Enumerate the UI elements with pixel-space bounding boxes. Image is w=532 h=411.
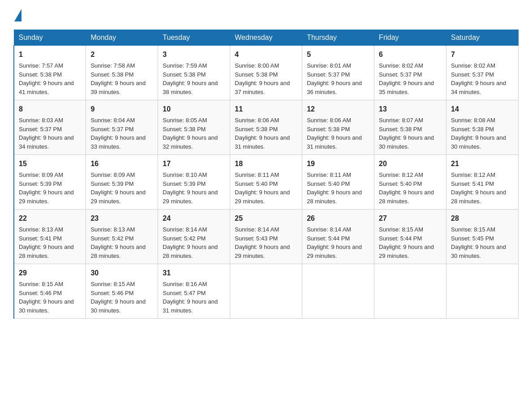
day-sunset: Sunset: 5:40 PM [307,180,350,187]
day-daylight: Daylight: 9 hours and 31 minutes. [307,134,362,150]
calendar-cell: 25Sunrise: 8:14 AMSunset: 5:43 PMDayligh… [230,210,302,264]
calendar-cell: 10Sunrise: 8:05 AMSunset: 5:38 PMDayligh… [158,100,230,155]
day-number: 29 [19,268,81,278]
day-sunrise: Sunrise: 8:09 AM [19,171,63,178]
day-daylight: Daylight: 9 hours and 30 minutes. [451,134,506,150]
day-sunrise: Sunrise: 8:12 AM [451,171,495,178]
header-thursday: Thursday [302,30,374,46]
day-sunrise: Sunrise: 8:03 AM [19,117,63,124]
calendar-cell: 16Sunrise: 8:09 AMSunset: 5:39 PMDayligh… [86,155,158,210]
calendar-cell: 24Sunrise: 8:14 AMSunset: 5:42 PMDayligh… [158,210,230,264]
day-daylight: Daylight: 9 hours and 30 minutes. [19,298,74,314]
day-daylight: Daylight: 9 hours and 29 minutes. [235,244,290,259]
day-sunset: Sunset: 5:40 PM [235,180,278,187]
day-daylight: Daylight: 9 hours and 30 minutes. [379,134,434,150]
day-daylight: Daylight: 9 hours and 30 minutes. [451,244,506,259]
day-sunset: Sunset: 5:39 PM [19,180,62,187]
day-number: 31 [163,268,225,278]
calendar-cell: 23Sunrise: 8:13 AMSunset: 5:42 PMDayligh… [86,210,158,264]
calendar-cell: 2Sunrise: 7:58 AMSunset: 5:38 PMDaylight… [86,46,158,100]
day-number: 8 [19,104,81,115]
day-sunset: Sunset: 5:38 PM [19,71,62,78]
calendar-cell [446,264,519,319]
calendar-cell: 20Sunrise: 8:12 AMSunset: 5:40 PMDayligh… [374,155,446,210]
day-daylight: Daylight: 9 hours and 28 minutes. [307,189,362,205]
day-number: 25 [235,213,297,224]
calendar-cell: 28Sunrise: 8:15 AMSunset: 5:45 PMDayligh… [446,210,519,264]
day-number: 6 [379,49,442,60]
day-sunrise: Sunrise: 8:15 AM [379,226,423,233]
day-number: 21 [451,158,514,169]
day-sunrise: Sunrise: 8:14 AM [307,226,351,233]
calendar-cell: 11Sunrise: 8:06 AMSunset: 5:38 PMDayligh… [230,100,302,155]
header-wednesday: Wednesday [230,30,302,46]
day-daylight: Daylight: 9 hours and 29 minutes. [90,189,146,205]
day-sunrise: Sunrise: 8:00 AM [235,62,279,69]
day-daylight: Daylight: 9 hours and 33 minutes. [90,134,146,150]
day-sunset: Sunset: 5:41 PM [451,180,494,187]
day-number: 17 [163,158,225,169]
day-sunrise: Sunrise: 8:14 AM [163,226,207,233]
day-sunset: Sunset: 5:38 PM [90,71,133,78]
day-daylight: Daylight: 9 hours and 28 minutes. [19,244,74,259]
calendar-cell: 31Sunrise: 8:16 AMSunset: 5:47 PMDayligh… [158,264,230,319]
day-daylight: Daylight: 9 hours and 32 minutes. [163,134,218,150]
day-sunrise: Sunrise: 8:14 AM [235,226,279,233]
day-sunrise: Sunrise: 8:10 AM [163,171,207,178]
calendar-cell: 1Sunrise: 7:57 AMSunset: 5:38 PMDaylight… [14,46,86,100]
day-sunset: Sunset: 5:46 PM [19,290,62,296]
day-number: 30 [90,268,153,278]
calendar-cell: 19Sunrise: 8:11 AMSunset: 5:40 PMDayligh… [302,155,374,210]
day-sunset: Sunset: 5:38 PM [379,126,422,133]
calendar-cell [374,264,446,319]
day-sunrise: Sunrise: 8:15 AM [451,226,495,233]
day-daylight: Daylight: 9 hours and 29 minutes. [307,244,362,259]
calendar-cell: 14Sunrise: 8:08 AMSunset: 5:38 PMDayligh… [446,100,519,155]
day-daylight: Daylight: 9 hours and 29 minutes. [163,189,218,205]
day-sunset: Sunset: 5:37 PM [379,71,422,78]
day-sunrise: Sunrise: 8:12 AM [379,171,423,178]
day-daylight: Daylight: 9 hours and 28 minutes. [451,189,506,205]
day-number: 15 [19,158,81,169]
day-sunrise: Sunrise: 8:09 AM [90,171,135,178]
day-sunrise: Sunrise: 8:04 AM [90,117,135,124]
day-number: 4 [235,49,297,60]
day-daylight: Daylight: 9 hours and 28 minutes. [163,244,218,259]
day-sunrise: Sunrise: 8:01 AM [307,62,351,69]
logo [13,9,21,21]
day-daylight: Daylight: 9 hours and 41 minutes. [19,80,74,95]
day-daylight: Daylight: 9 hours and 37 minutes. [235,80,290,95]
day-sunrise: Sunrise: 7:59 AM [163,62,207,69]
day-sunset: Sunset: 5:42 PM [163,235,206,242]
day-sunset: Sunset: 5:37 PM [19,126,62,133]
calendar-cell: 18Sunrise: 8:11 AMSunset: 5:40 PMDayligh… [230,155,302,210]
day-number: 1 [19,49,81,60]
day-number: 7 [451,49,514,60]
day-number: 16 [90,158,153,169]
day-sunrise: Sunrise: 8:02 AM [379,62,423,69]
calendar-cell: 15Sunrise: 8:09 AMSunset: 5:39 PMDayligh… [14,155,86,210]
day-daylight: Daylight: 9 hours and 28 minutes. [90,244,146,259]
calendar-cell: 30Sunrise: 8:15 AMSunset: 5:46 PMDayligh… [86,264,158,319]
day-sunrise: Sunrise: 7:57 AM [19,62,63,69]
calendar-cell: 22Sunrise: 8:13 AMSunset: 5:41 PMDayligh… [14,210,86,264]
day-number: 12 [307,104,369,115]
day-sunset: Sunset: 5:46 PM [90,290,133,296]
day-sunrise: Sunrise: 8:06 AM [307,117,351,124]
day-daylight: Daylight: 9 hours and 39 minutes. [90,80,146,95]
day-sunrise: Sunrise: 8:05 AM [163,117,207,124]
calendar-cell: 12Sunrise: 8:06 AMSunset: 5:38 PMDayligh… [302,100,374,155]
calendar-cell: 3Sunrise: 7:59 AMSunset: 5:38 PMDaylight… [158,46,230,100]
calendar-cell: 9Sunrise: 8:04 AMSunset: 5:37 PMDaylight… [86,100,158,155]
day-number: 19 [307,158,369,169]
day-sunset: Sunset: 5:47 PM [163,290,206,296]
day-sunset: Sunset: 5:44 PM [307,235,350,242]
day-daylight: Daylight: 9 hours and 29 minutes. [19,189,74,205]
day-number: 14 [451,104,514,115]
calendar-cell: 6Sunrise: 8:02 AMSunset: 5:37 PMDaylight… [374,46,446,100]
day-sunset: Sunset: 5:38 PM [235,126,278,133]
day-sunrise: Sunrise: 8:13 AM [90,226,135,233]
day-number: 2 [90,49,153,60]
day-sunrise: Sunrise: 8:08 AM [451,117,495,124]
day-number: 5 [307,49,369,60]
